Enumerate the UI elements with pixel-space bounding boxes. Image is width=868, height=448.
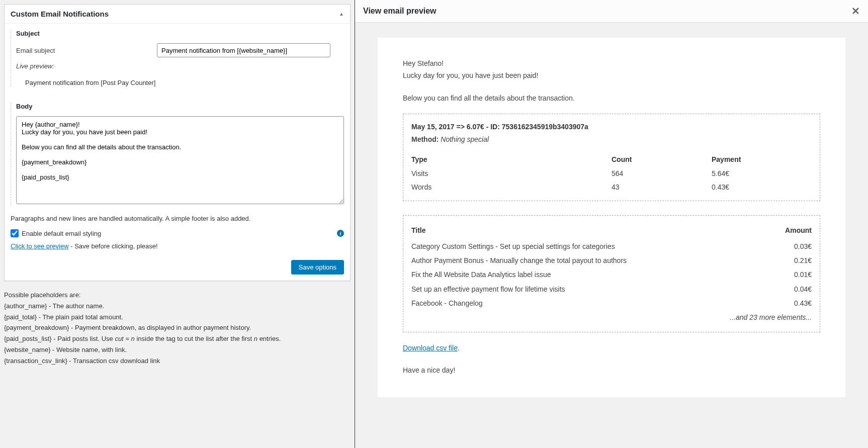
email-line1: Lucky day for you, you have just been pa… bbox=[403, 70, 820, 81]
enable-styling-label: Enable default email styling bbox=[22, 230, 101, 237]
table-row: Visits 564 5.64€ bbox=[411, 167, 812, 180]
placeholder-item: {payment_breakdown} - Payment breakdown,… bbox=[4, 323, 351, 333]
enable-styling-label-wrap[interactable]: Enable default email styling bbox=[11, 229, 101, 237]
col-amount: Amount bbox=[771, 223, 812, 239]
cell-count: 43 bbox=[612, 181, 712, 194]
cell-type: Visits bbox=[411, 167, 612, 180]
card-header: Custom Email Notifications ▲ bbox=[5, 5, 350, 24]
cell-payment: 5.64€ bbox=[712, 167, 812, 180]
modal-header: View email preview ✕ bbox=[355, 0, 868, 23]
placeholder-item: {paid_posts_list} - Paid posts list. Use… bbox=[4, 334, 351, 344]
table-header-row: Type Count Payment bbox=[411, 152, 812, 167]
cell-title: Author Payment Bonus - Manually change t… bbox=[411, 253, 771, 267]
email-subject-label: Email subject bbox=[16, 47, 157, 54]
cell-title: Category Custom Settings - Set up specia… bbox=[411, 239, 771, 253]
col-payment: Payment bbox=[712, 152, 812, 167]
method-value: Nothing special bbox=[441, 135, 489, 143]
custom-email-card: Custom Email Notifications ▲ Subject Ema… bbox=[4, 4, 351, 281]
csv-link-row: Download csv file. bbox=[403, 342, 820, 353]
breakdown-header: May 15, 2017 => 6.07€ - ID: 753616234591… bbox=[411, 121, 812, 132]
col-title: Title bbox=[411, 223, 771, 239]
placeholder-item: {paid_total} - The plain paid total amou… bbox=[4, 312, 351, 323]
cell-amount: 0.21€ bbox=[771, 253, 812, 267]
body-help-text: Paragraphs and new lines are handled aut… bbox=[11, 215, 344, 222]
cell-amount: 0.01€ bbox=[771, 267, 812, 282]
email-subject-row: Email subject bbox=[16, 43, 344, 57]
paid-posts-box: Title Amount Category Custom Settings - … bbox=[403, 215, 820, 332]
posts-table: Title Amount Category Custom Settings - … bbox=[411, 223, 812, 325]
email-preview: Hey Stefano! Lucky day for you, you have… bbox=[378, 38, 845, 397]
card-body: Subject Email subject Live preview: Paym… bbox=[5, 24, 350, 281]
live-preview-text: Payment notification from [Post Pay Coun… bbox=[16, 75, 344, 86]
breakdown-method: Method: Nothing special bbox=[411, 134, 812, 145]
placeholder-item: {website_name} - Website name, with link… bbox=[4, 345, 351, 355]
preview-link[interactable]: Click to see preview bbox=[11, 242, 69, 250]
table-header-row: Title Amount bbox=[411, 223, 812, 239]
email-greeting: Hey Stefano! bbox=[403, 58, 820, 69]
live-preview-row: Live preview: bbox=[16, 62, 344, 70]
close-icon[interactable]: ✕ bbox=[851, 5, 860, 17]
preview-hint: - Save before clicking, please! bbox=[69, 242, 158, 250]
table-more-row: ...and 23 more elements... bbox=[411, 310, 812, 324]
modal-title: View email preview bbox=[363, 7, 437, 16]
body-section-title: Body bbox=[16, 103, 344, 110]
collapse-toggle-icon[interactable]: ▲ bbox=[339, 11, 344, 17]
cell-title: Set up an effective payment flow for lif… bbox=[411, 282, 771, 296]
breakdown-table: Type Count Payment Visits 564 5.64€ Word… bbox=[411, 152, 812, 194]
placeholder-item: {author_name} - The author name. bbox=[4, 301, 351, 312]
button-row: Save options bbox=[11, 260, 344, 275]
modal-body[interactable]: Hey Stefano! Lucky day for you, you have… bbox=[355, 23, 868, 448]
table-row: Category Custom Settings - Set up specia… bbox=[411, 239, 812, 253]
download-csv-link[interactable]: Download csv file bbox=[403, 344, 458, 352]
placeholder-item: {transaction_csv_link} - Transaction csv… bbox=[4, 356, 351, 367]
cell-amount: 0.04€ bbox=[771, 282, 812, 296]
col-type: Type bbox=[411, 152, 612, 167]
save-button[interactable]: Save options bbox=[291, 260, 344, 275]
more-elements-text: ...and 23 more elements... bbox=[411, 310, 812, 324]
table-row: Set up an effective payment flow for lif… bbox=[411, 282, 812, 296]
table-row: Fix the All Website Data Analytics label… bbox=[411, 267, 812, 282]
card-title: Custom Email Notifications bbox=[11, 10, 109, 18]
cell-title: Facebook - Changelog bbox=[411, 296, 771, 310]
placeholders-intro: Possible placeholders are: bbox=[4, 290, 351, 301]
email-body-textarea[interactable] bbox=[16, 116, 344, 204]
email-closing: Have a nice day! bbox=[403, 365, 820, 376]
placeholders-help: Possible placeholders are: {author_name}… bbox=[4, 290, 351, 367]
email-subject-input[interactable] bbox=[157, 43, 330, 57]
subject-section: Subject Email subject Live preview: Paym… bbox=[11, 30, 344, 86]
method-label: Method: bbox=[411, 135, 439, 143]
preview-panel: View email preview ✕ Hey Stefano! Lucky … bbox=[355, 0, 868, 448]
cell-type: Words bbox=[411, 181, 612, 194]
enable-styling-checkbox[interactable] bbox=[11, 229, 19, 237]
col-count: Count bbox=[612, 152, 712, 167]
cell-title: Fix the All Website Data Analytics label… bbox=[411, 267, 771, 282]
payment-breakdown-box: May 15, 2017 => 6.07€ - ID: 753616234591… bbox=[403, 114, 820, 201]
email-line2: Below you can find all the details about… bbox=[403, 93, 820, 104]
cell-payment: 0.43€ bbox=[712, 181, 812, 194]
enable-styling-row: Enable default email styling i bbox=[11, 229, 344, 237]
preview-link-row: Click to see preview - Save before click… bbox=[11, 242, 344, 250]
table-row: Author Payment Bonus - Manually change t… bbox=[411, 253, 812, 267]
info-icon[interactable]: i bbox=[337, 230, 344, 237]
subject-section-title: Subject bbox=[16, 30, 344, 37]
live-preview-label: Live preview: bbox=[16, 62, 157, 70]
settings-panel: Custom Email Notifications ▲ Subject Ema… bbox=[0, 0, 355, 448]
body-section: Body bbox=[11, 103, 344, 206]
cell-count: 564 bbox=[612, 167, 712, 180]
cell-amount: 0.43€ bbox=[771, 296, 812, 310]
table-row: Facebook - Changelog 0.43€ bbox=[411, 296, 812, 310]
table-row: Words 43 0.43€ bbox=[411, 181, 812, 194]
cell-amount: 0.03€ bbox=[771, 239, 812, 253]
